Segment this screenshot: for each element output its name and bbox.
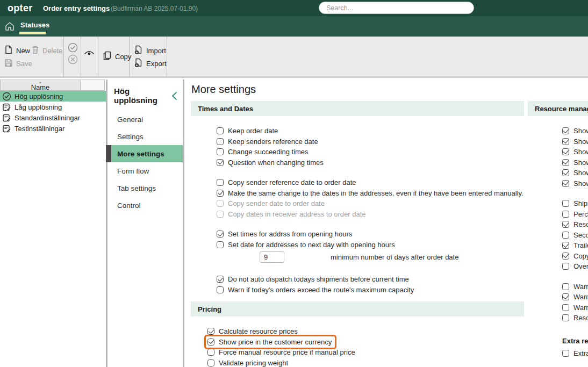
checkbox-row[interactable]: Keep senders reference date xyxy=(217,136,524,147)
status-list-item[interactable]: Hög upplösning xyxy=(0,91,106,102)
checkbox[interactable] xyxy=(207,349,214,356)
checkbox-row[interactable]: Keep order date xyxy=(217,126,524,136)
checkbox-row[interactable]: Copy sender reference date to order date xyxy=(217,177,524,188)
checkbox-row[interactable]: Copy r xyxy=(562,251,588,262)
settings-menu-item[interactable]: Form flow xyxy=(107,162,183,179)
checkbox-row[interactable]: Warn if today's orders exceed the route'… xyxy=(217,285,524,296)
checkbox[interactable] xyxy=(207,359,214,366)
chevron-left-icon[interactable] xyxy=(171,91,177,100)
checkbox-row[interactable]: Copy dates in receiver address to order … xyxy=(217,209,524,220)
pricing-section: Pricing Calculate resource prices Show p… xyxy=(191,301,524,367)
checkbox[interactable] xyxy=(217,211,224,218)
settings-menu-item[interactable]: Settings xyxy=(107,128,183,145)
save-button[interactable]: Save xyxy=(4,58,32,69)
import-button[interactable]: Import xyxy=(134,45,166,56)
empty-column-header[interactable] xyxy=(80,80,105,91)
checkbox-label: Show xyxy=(573,127,588,135)
checkbox-row[interactable]: Shipm xyxy=(562,198,588,209)
checkbox[interactable] xyxy=(217,200,224,207)
settings-menu-item[interactable]: Tab settings xyxy=(107,179,183,197)
confirm-button[interactable] xyxy=(68,43,78,54)
checkbox[interactable] xyxy=(562,350,569,357)
delete-button[interactable]: Delete xyxy=(31,45,63,56)
checkbox[interactable] xyxy=(562,314,569,321)
checkbox-row[interactable]: Do not auto dispatch todays shipments be… xyxy=(217,274,524,285)
checkbox-label: Make the same change to the dates in the… xyxy=(228,189,524,197)
status-list-item[interactable]: Standardinställningar xyxy=(0,112,106,123)
search-input[interactable] xyxy=(319,2,474,14)
checkbox-row[interactable]: Show xyxy=(562,147,588,157)
checkbox-row[interactable]: Warn i xyxy=(562,292,588,303)
checkbox-row[interactable]: Percen xyxy=(562,209,588,220)
checkbox[interactable] xyxy=(562,200,569,207)
checkbox-row[interactable]: Set times for addrss from opening hours xyxy=(217,229,524,240)
checkbox-row[interactable]: Resou xyxy=(562,219,588,230)
checkbox-row[interactable]: Validate pricing weight xyxy=(207,358,524,367)
checkbox[interactable] xyxy=(217,276,224,283)
checkbox-row[interactable]: Show xyxy=(562,178,588,189)
settings-menu-item[interactable]: General xyxy=(107,111,183,128)
checkbox[interactable] xyxy=(562,242,569,249)
checkbox[interactable] xyxy=(217,241,224,248)
checkbox-row[interactable]: Make the same change to the dates in the… xyxy=(217,188,524,199)
checkbox-row[interactable]: Force manual resource price if manual pr… xyxy=(207,347,524,358)
name-column-header[interactable]: ▲ Name xyxy=(0,80,81,91)
checkbox[interactable] xyxy=(217,179,224,186)
checkbox-row[interactable]: Secon xyxy=(562,230,588,241)
status-list-item[interactable]: Låg upplösning xyxy=(0,102,106,112)
checkbox-row[interactable]: Overri xyxy=(562,261,588,272)
checkbox[interactable] xyxy=(562,293,569,300)
checkbox-row[interactable]: Set date for addresses to next day with … xyxy=(217,240,524,250)
checkbox[interactable] xyxy=(217,286,224,293)
checkbox-row[interactable]: Show price in the customer currency xyxy=(207,337,332,348)
checkbox[interactable] xyxy=(562,263,569,270)
view-button[interactable] xyxy=(83,48,95,59)
checkbox[interactable] xyxy=(562,159,569,166)
checkbox-row[interactable]: Show xyxy=(562,168,588,178)
checkbox-row[interactable]: Show xyxy=(562,126,588,136)
checkbox[interactable] xyxy=(562,138,569,145)
checkbox[interactable] xyxy=(562,180,569,187)
export-button[interactable]: Export xyxy=(134,58,167,69)
checkbox-row[interactable]: Question when changing times xyxy=(217,157,524,168)
checkbox[interactable] xyxy=(217,190,224,197)
settings-menu-item[interactable]: More settings xyxy=(107,145,183,162)
checkbox-row[interactable]: Resou xyxy=(562,313,588,323)
checkbox[interactable] xyxy=(562,283,569,290)
checkbox[interactable] xyxy=(562,148,569,155)
tab-statuses[interactable]: Statuses xyxy=(20,21,49,29)
checkbox[interactable] xyxy=(217,231,224,238)
checkbox[interactable] xyxy=(562,304,569,311)
checkbox[interactable] xyxy=(217,138,224,145)
copy-button[interactable]: Copy xyxy=(102,51,131,62)
checkbox[interactable] xyxy=(562,253,569,260)
checkbox-row[interactable]: Calculate resource prices xyxy=(207,326,524,337)
selected-status-title: Hög upplösning xyxy=(114,87,171,105)
min-days-input[interactable] xyxy=(260,251,284,263)
checkbox-row[interactable]: Extra r xyxy=(562,348,588,359)
checkbox-row[interactable]: Warn i xyxy=(562,303,588,313)
checkbox[interactable] xyxy=(562,211,569,218)
checkbox[interactable] xyxy=(217,159,224,166)
pricing-header: Pricing xyxy=(191,301,524,316)
checkbox-row[interactable]: Show xyxy=(562,157,588,168)
home-icon[interactable] xyxy=(4,21,15,32)
checkbox-row[interactable]: Trailer xyxy=(562,240,588,251)
checkbox[interactable] xyxy=(217,148,224,155)
checkbox[interactable] xyxy=(562,232,569,239)
checkbox[interactable] xyxy=(562,169,569,176)
checkbox[interactable] xyxy=(207,328,214,335)
checkbox-label: Question when changing times xyxy=(228,159,324,167)
checkbox-row[interactable]: Copy sender date to order date xyxy=(217,198,524,209)
status-list-item[interactable]: Testinställningar xyxy=(0,123,106,134)
checkbox[interactable] xyxy=(562,221,569,228)
cancel-button[interactable] xyxy=(68,55,78,66)
checkbox[interactable] xyxy=(207,339,214,346)
checkbox-row[interactable]: Warn i xyxy=(562,282,588,292)
checkbox-row[interactable]: Show xyxy=(562,136,588,147)
settings-menu-item[interactable]: Control xyxy=(107,197,183,214)
checkbox-row[interactable]: Change succeeding times xyxy=(217,147,524,157)
checkbox[interactable] xyxy=(562,127,569,134)
new-button[interactable]: New xyxy=(4,45,30,56)
checkbox[interactable] xyxy=(217,127,224,134)
